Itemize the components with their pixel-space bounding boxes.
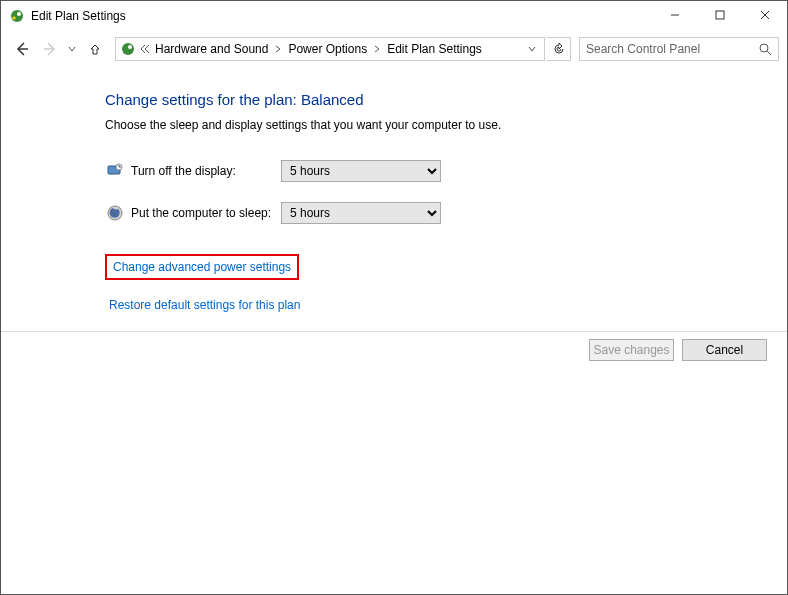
minimize-button[interactable] xyxy=(652,1,697,29)
search-input[interactable]: Search Control Panel xyxy=(579,37,779,61)
back-button[interactable] xyxy=(9,36,35,62)
content-area: Change settings for the plan: Balanced C… xyxy=(1,67,787,312)
display-icon xyxy=(105,161,125,181)
page-heading: Change settings for the plan: Balanced xyxy=(105,91,787,108)
separator xyxy=(1,331,787,332)
app-icon xyxy=(9,8,25,24)
chevron-left-double-icon[interactable] xyxy=(138,44,152,54)
page-subtext: Choose the sleep and display settings th… xyxy=(105,118,787,132)
sleep-select[interactable]: 5 hours xyxy=(281,202,441,224)
svg-point-10 xyxy=(760,44,768,52)
button-bar: Save changes Cancel xyxy=(589,339,767,361)
sleep-label: Put the computer to sleep: xyxy=(131,206,281,220)
svg-point-9 xyxy=(128,45,132,49)
chevron-right-icon[interactable] xyxy=(271,45,285,53)
close-button[interactable] xyxy=(742,1,787,29)
forward-button[interactable] xyxy=(37,36,63,62)
up-button[interactable] xyxy=(83,37,107,61)
links-block: Change advanced power settings Restore d… xyxy=(105,254,787,312)
breadcrumb-power-options[interactable]: Power Options xyxy=(285,42,370,56)
search-icon xyxy=(758,42,772,59)
save-button: Save changes xyxy=(589,339,674,361)
control-panel-icon xyxy=(120,41,136,57)
row-sleep: Put the computer to sleep: 5 hours xyxy=(105,202,787,224)
svg-point-1 xyxy=(17,12,21,16)
address-dropdown-icon[interactable] xyxy=(528,42,540,56)
window-controls xyxy=(652,1,787,29)
svg-rect-3 xyxy=(716,11,724,19)
change-advanced-link[interactable]: Change advanced power settings xyxy=(113,260,291,274)
row-turn-off-display: Turn off the display: 5 hours xyxy=(105,160,787,182)
breadcrumb-hardware-sound[interactable]: Hardware and Sound xyxy=(152,42,271,56)
highlight-box: Change advanced power settings xyxy=(105,254,299,280)
restore-defaults-link[interactable]: Restore default settings for this plan xyxy=(109,298,300,312)
turn-off-display-label: Turn off the display: xyxy=(131,164,281,178)
svg-point-8 xyxy=(122,43,134,55)
window-title: Edit Plan Settings xyxy=(31,9,126,23)
address-bar[interactable]: Hardware and Sound Power Options Edit Pl… xyxy=(115,37,545,61)
maximize-button[interactable] xyxy=(697,1,742,29)
svg-line-11 xyxy=(767,51,771,55)
title-bar: Edit Plan Settings xyxy=(1,1,787,31)
refresh-button[interactable] xyxy=(547,37,571,61)
chevron-right-icon[interactable] xyxy=(370,45,384,53)
nav-row: Hardware and Sound Power Options Edit Pl… xyxy=(1,31,787,67)
recent-locations-button[interactable] xyxy=(65,45,79,53)
cancel-button[interactable]: Cancel xyxy=(682,339,767,361)
search-placeholder: Search Control Panel xyxy=(586,42,700,56)
svg-point-0 xyxy=(11,10,23,22)
turn-off-display-select[interactable]: 5 hours xyxy=(281,160,441,182)
sleep-icon xyxy=(105,203,125,223)
breadcrumb-edit-plan[interactable]: Edit Plan Settings xyxy=(384,42,485,56)
